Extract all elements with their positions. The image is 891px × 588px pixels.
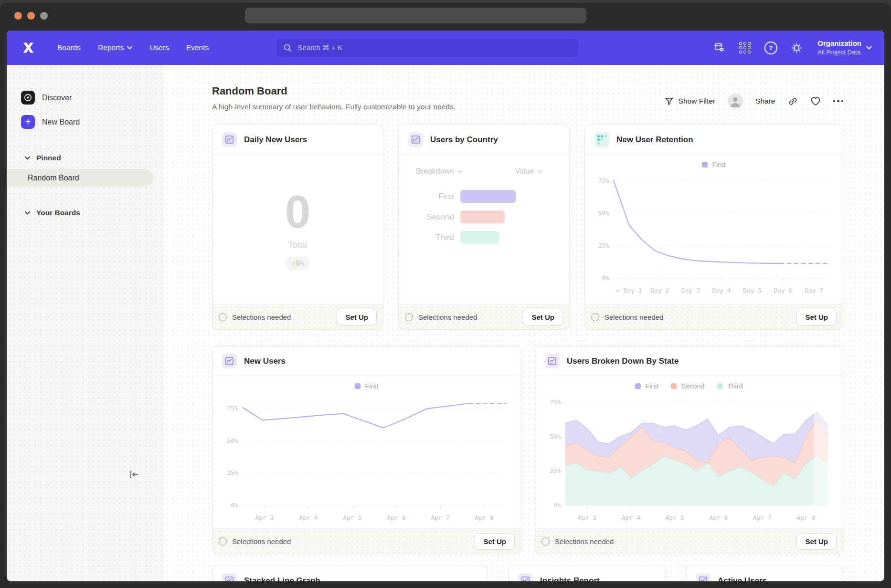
legend-label: First <box>645 382 658 390</box>
sidebar-item-discover[interactable]: Discover <box>7 88 164 107</box>
status-circle-icon <box>591 313 599 321</box>
status-text: Selections needed <box>605 313 663 321</box>
sidebar-section-pinned[interactable]: Pinned <box>7 150 164 166</box>
set-up-button[interactable]: Set Up <box>475 533 515 550</box>
svg-text:50%: 50% <box>227 437 239 444</box>
nav-item-users[interactable]: Users <box>143 39 175 57</box>
metric-value: 0 <box>285 189 310 235</box>
sidebar-collapse-icon[interactable] <box>128 469 139 480</box>
row-label: Second <box>408 212 454 222</box>
svg-text:75%: 75% <box>550 399 562 406</box>
svg-text:Apr 3: Apr 3 <box>255 514 274 521</box>
window-zoom-button[interactable] <box>40 12 48 20</box>
chevron-down-icon <box>458 170 463 173</box>
sidebar-section-your-boards[interactable]: Your Boards <box>7 205 164 221</box>
favorite-heart-icon[interactable] <box>810 96 821 106</box>
svg-text:0%: 0% <box>553 502 561 509</box>
bar-second <box>460 210 505 223</box>
legend-swatch <box>355 383 361 389</box>
show-filter-button[interactable]: Show Filter <box>665 97 716 106</box>
nav-item-events[interactable]: Events <box>180 39 215 57</box>
card-title: New Users <box>244 357 286 366</box>
svg-text:Apr 3: Apr 3 <box>578 514 596 521</box>
new-users-chart: 75%50%25%0%Apr 3Apr 4Apr 5Apr 6Apr 7Apr … <box>220 390 514 524</box>
status-circle-icon <box>541 537 550 546</box>
svg-text:Apr 7: Apr 7 <box>431 514 449 521</box>
copy-link-icon[interactable] <box>788 96 798 106</box>
legend-label: First <box>365 382 378 390</box>
legend-label: Third <box>727 382 743 390</box>
line-chart-icon <box>518 573 533 581</box>
window-minimize-button[interactable] <box>27 12 35 20</box>
line-chart-icon <box>408 132 423 147</box>
chevron-down-icon <box>127 46 132 50</box>
metric-label: Total <box>288 240 307 250</box>
set-up-button[interactable]: Set Up <box>796 309 837 326</box>
breakdown-label: Breakdown <box>416 167 454 176</box>
chevron-down-icon <box>538 170 542 173</box>
legend-swatch <box>671 383 677 389</box>
share-label: Share <box>755 97 775 105</box>
apps-grid-icon[interactable] <box>735 38 754 57</box>
svg-text:0%: 0% <box>602 274 609 282</box>
avatar[interactable] <box>728 94 743 109</box>
svg-text:Day 7: Day 7 <box>805 287 823 294</box>
search-placeholder: Search ⌘ + K <box>297 43 342 52</box>
card-title: New User Retention <box>616 135 693 145</box>
card-users-by-state: Users Broken Down By State First Second … <box>535 346 843 554</box>
org-switcher[interactable]: Organization All Project Data <box>817 39 872 57</box>
sidebar-item-new-board[interactable]: + New Board <box>7 112 164 132</box>
chart-legend: First <box>355 382 378 390</box>
bar-first <box>460 190 516 203</box>
svg-text:Apr 5: Apr 5 <box>343 514 361 521</box>
sidebar-item-label: New Board <box>42 118 80 126</box>
svg-text:Apr 5: Apr 5 <box>666 514 684 521</box>
sidebar-section-label: Pinned <box>36 154 61 162</box>
board-actions: Show Filter Share <box>665 94 843 109</box>
card-new-user-retention: New User Retention First 75%50%25%0%< Da… <box>584 125 843 330</box>
value-dropdown[interactable]: Value <box>515 167 542 176</box>
nav-item-reports[interactable]: Reports <box>91 39 139 57</box>
metric-delta-badge: ↑0% <box>286 257 309 270</box>
status-circle-icon <box>219 313 227 321</box>
set-up-button[interactable]: Set Up <box>523 309 563 326</box>
svg-text:25%: 25% <box>550 467 562 474</box>
search-input[interactable]: Search ⌘ + K <box>276 39 578 57</box>
status-text: Selections needed <box>232 537 291 546</box>
retention-chart: 75%50%25%0%< Day 1Day 2Day 3Day 4Day 5Da… <box>591 168 837 296</box>
set-up-button[interactable]: Set Up <box>337 309 377 326</box>
settings-gear-icon[interactable] <box>787 38 806 57</box>
status-text: Selections needed <box>232 313 291 321</box>
search-icon <box>283 43 292 52</box>
share-button[interactable]: Share <box>755 97 775 105</box>
help-icon[interactable]: ? <box>761 38 780 57</box>
browser-window: Boards Reports Users Events Search ⌘ + K <box>0 3 891 588</box>
status-circle-icon <box>219 537 227 546</box>
chart-legend: First Second Third <box>635 382 742 390</box>
svg-text:Day 3: Day 3 <box>681 287 700 294</box>
nav-item-boards[interactable]: Boards <box>51 39 87 57</box>
svg-text:Apr 4: Apr 4 <box>299 514 318 521</box>
status-circle-icon <box>405 313 413 321</box>
chevron-down-icon <box>866 46 872 50</box>
card-title: Daily New Users <box>244 135 307 145</box>
show-filter-label: Show Filter <box>679 97 716 105</box>
card-daily-new-users: Daily New Users 0 Total ↑0% Selections n… <box>212 125 383 330</box>
address-bar[interactable] <box>245 8 586 23</box>
status-text: Selections needed <box>418 313 477 321</box>
sidebar-item-random-board[interactable]: Random Board <box>7 169 154 187</box>
chevron-down-icon <box>25 211 30 215</box>
table-row: Second <box>408 210 542 223</box>
breakdown-dropdown[interactable]: Breakdown <box>416 167 463 176</box>
board-canvas: Random Board A high-level summary of use… <box>164 65 884 581</box>
mixpanel-logo[interactable] <box>22 42 36 54</box>
nav-label: Events <box>186 43 209 52</box>
chart-legend: First <box>702 161 725 168</box>
more-options-icon[interactable] <box>833 100 844 103</box>
set-up-button[interactable]: Set Up <box>796 533 837 550</box>
data-management-icon[interactable] <box>710 38 729 57</box>
sidebar-section-label: Your Boards <box>36 209 80 217</box>
window-close-button[interactable] <box>14 12 22 20</box>
svg-text:25%: 25% <box>598 242 610 249</box>
plus-icon: + <box>21 115 35 129</box>
